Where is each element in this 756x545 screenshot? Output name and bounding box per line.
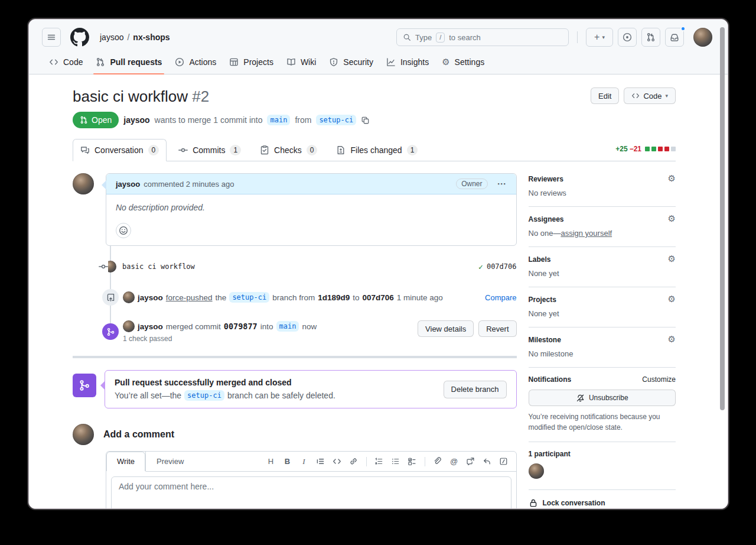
head-branch-label[interactable]: setup-ci [229,292,269,303]
gear-icon[interactable]: ⚙ [668,174,676,183]
breadcrumb-repo[interactable]: nx-shops [133,33,170,42]
link-icon[interactable] [346,454,361,469]
merge-sha[interactable]: 0079877 [224,322,258,331]
merge-text-block: jaysoo merged commit 0079877 into main n… [73,320,418,343]
pr-status-text: wants to merge 1 commit into [155,115,263,125]
tab-pull-requests[interactable]: Pull requests [91,53,167,74]
gear-icon[interactable]: ⚙ [668,335,676,344]
label: View details [425,325,466,333]
base-branch-label[interactable]: main [276,321,299,332]
gear-icon[interactable]: ⚙ [668,295,676,304]
comment-textarea-wrap [106,472,516,509]
tab-write[interactable]: Write [106,452,146,472]
commit-sha[interactable]: 007d706 [487,262,517,271]
comment-author[interactable]: jaysoo [116,180,140,189]
revert-button[interactable]: Revert [478,320,516,337]
cross-reference-icon[interactable] [463,454,478,469]
head-branch-label[interactable]: setup-ci [184,390,224,401]
new-sha[interactable]: 007d706 [363,293,394,302]
pr-author[interactable]: jaysoo [123,115,149,125]
breadcrumb-separator: / [127,33,129,42]
user-avatar[interactable] [693,28,712,47]
slash-command-icon[interactable] [496,454,511,469]
issues-button[interactable] [618,28,637,47]
diffstat: +25 −21 [615,145,676,153]
avatar[interactable] [123,320,135,332]
customize-link[interactable]: Customize [642,375,676,384]
view-details-button[interactable]: View details [418,320,474,337]
header-divider [577,31,578,43]
pr-description-comment: jaysoo commented 2 minutes ago Owner ⋯ N… [73,173,517,246]
actor[interactable]: jaysoo [138,322,163,331]
repo-push-icon [102,289,119,306]
tab-actions[interactable]: Actions [170,53,221,74]
tab-insights[interactable]: Insights [382,53,434,74]
tab-commits[interactable]: Commits 1 [171,139,248,161]
tab-conversation[interactable]: Conversation 0 [73,139,167,161]
delete-branch-button[interactable]: Delete branch [444,381,507,398]
task-list-icon[interactable] [405,454,420,469]
owner-badge: Owner [456,179,487,189]
tab-checks[interactable]: Checks 0 [253,139,324,161]
repo-nav: Code Pull requests Actions Projects Wiki… [42,53,712,74]
lock-conversation[interactable]: Lock conversation [529,490,676,508]
tab-settings[interactable]: ⚙ Settings [437,53,489,74]
code-dropdown-button[interactable]: Code ▾ [624,87,676,104]
reply-icon[interactable] [480,454,495,469]
compare-link[interactable]: Compare [485,293,516,302]
italic-icon[interactable]: I [296,454,312,469]
edit-button[interactable]: Edit [591,87,619,104]
timestamp[interactable]: now [302,322,317,331]
old-sha[interactable]: 1d189d9 [318,293,350,302]
heading-icon[interactable]: H [263,454,279,469]
gear-icon[interactable]: ⚙ [668,215,676,223]
scrollbar-thumb[interactable] [720,27,725,410]
numbered-list-icon[interactable] [372,454,387,469]
bullet-list-icon[interactable] [388,454,403,469]
pull-requests-button[interactable] [641,28,660,47]
tab-projects[interactable]: Projects [224,53,278,74]
tab-files-changed[interactable]: Files changed 1 [329,139,425,161]
pr-state-badge: Open [73,112,119,128]
attach-file-icon[interactable] [430,454,445,469]
avatar[interactable] [73,173,94,194]
commit-message[interactable]: basic ci workflow [122,262,195,271]
tab-code[interactable]: Code [44,53,87,74]
pr-title-row: basic ci workflow #2 Edit Code ▾ [73,87,676,106]
unsubscribe-button[interactable]: Unsubscribe [529,390,676,406]
git-merge-icon [73,374,96,397]
kebab-menu-icon[interactable]: ⋯ [497,179,507,189]
avatar[interactable] [123,291,135,303]
create-new-button[interactable]: + ▾ [586,28,613,47]
git-merge-icon [102,323,119,340]
breadcrumb-owner[interactable]: jaysoo [100,33,123,42]
tab-preview[interactable]: Preview [146,452,194,471]
comment-meta[interactable]: commented 2 minutes ago [144,180,234,189]
hamburger-icon [47,33,56,42]
actor[interactable]: jaysoo [138,293,163,302]
assign-yourself-link[interactable]: assign yourself [561,229,612,238]
timestamp[interactable]: 1 minute ago [397,293,443,302]
tab-security[interactable]: Security [324,53,378,74]
check-icon[interactable]: ✓ [478,262,483,271]
additions-count: +25 [615,145,627,153]
base-branch-label[interactable]: main [267,115,290,125]
text: You’re all set—the [115,391,181,400]
add-reaction-button[interactable] [116,223,131,238]
github-logo-icon[interactable] [70,28,89,47]
mention-icon[interactable]: @ [447,454,462,469]
check-status[interactable]: 1 check passed [123,335,418,343]
head-branch-label[interactable]: setup-ci [316,115,356,125]
search-input[interactable]: Type / to search [396,28,569,46]
avatar[interactable] [73,424,94,445]
hamburger-menu-button[interactable] [42,28,61,47]
tab-wiki[interactable]: Wiki [282,53,321,74]
code-icon[interactable] [330,454,345,469]
gear-icon[interactable]: ⚙ [668,255,676,264]
comment-textarea[interactable] [111,476,511,509]
avatar[interactable] [529,463,544,479]
bold-icon[interactable]: B [280,454,295,469]
tab-label: Files changed [350,145,402,155]
quote-icon[interactable] [313,454,328,469]
copy-branch-icon[interactable] [361,116,370,125]
